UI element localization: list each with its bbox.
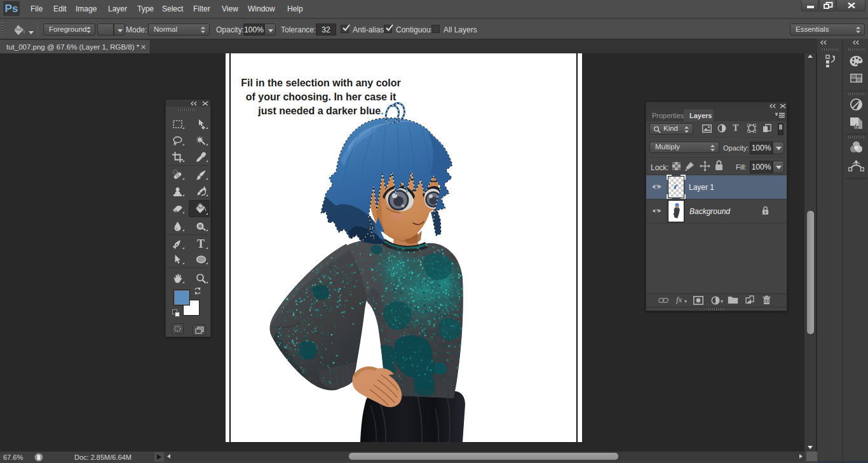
svg-text:fx: fx — [854, 123, 859, 130]
